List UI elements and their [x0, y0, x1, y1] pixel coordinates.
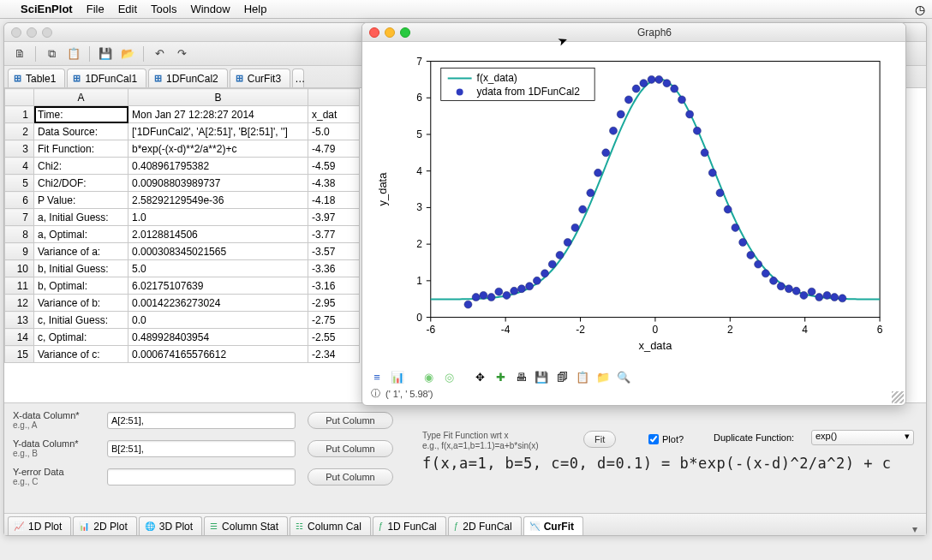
cell-b[interactable]: 6.02175107639: [128, 277, 308, 295]
minimize-icon[interactable]: [27, 27, 37, 38]
tb-open-icon[interactable]: 📂: [117, 45, 138, 63]
tb-redo-icon[interactable]: ↷: [171, 45, 192, 63]
row-header[interactable]: 8: [5, 226, 34, 243]
cell-c[interactable]: -3.97: [308, 209, 360, 226]
cell-b[interactable]: Mon Jan 27 12:28:27 2014: [128, 106, 308, 123]
cell-a[interactable]: Chi2/DOF:: [34, 175, 128, 192]
ct-zoom-in-icon[interactable]: ◉: [421, 369, 436, 384]
ct-export-icon[interactable]: 🗐: [554, 369, 570, 384]
cell-a[interactable]: a, Optimal:: [34, 226, 128, 243]
menu-help[interactable]: Help: [244, 3, 267, 15]
cell-b[interactable]: 0.0: [128, 312, 308, 329]
fit-button[interactable]: Fit: [583, 431, 616, 448]
menu-window[interactable]: Window: [190, 3, 230, 15]
cell-a[interactable]: b, Optimal:: [34, 277, 128, 295]
tab-1dfuncal1[interactable]: ⊞1DFunCal1: [67, 69, 146, 87]
close-icon[interactable]: [11, 27, 21, 38]
row-header[interactable]: 15: [5, 346, 34, 363]
btab-3d-plot[interactable]: 🌐3D Plot: [139, 516, 202, 535]
btab-column-cal[interactable]: ☷Column Cal: [290, 516, 371, 535]
btab-curfit[interactable]: 📉CurFit: [523, 516, 583, 535]
btab-2d-funcal[interactable]: ƒ2D FunCal: [448, 516, 522, 535]
tab-more[interactable]: …: [292, 69, 304, 87]
btab-2d-plot[interactable]: 📊2D Plot: [73, 516, 136, 535]
menu-file[interactable]: File: [87, 3, 105, 15]
formula-display[interactable]: f(x,a=1, b=5, c=0, d=0.1) = b*exp(-(x-d)…: [422, 455, 912, 506]
minimize-icon[interactable]: [385, 27, 395, 38]
cell-b[interactable]: 5.0: [128, 260, 308, 277]
row-header[interactable]: 12: [5, 295, 34, 312]
cell-a[interactable]: c, Initial Guess:: [34, 312, 128, 329]
cell-c[interactable]: -3.77: [308, 226, 360, 243]
chart-svg[interactable]: -6-4-2024601234567x_datay_dataf(x_data)y…: [371, 47, 897, 359]
app-name[interactable]: SciEnPlot: [21, 3, 73, 15]
cell-b[interactable]: b*exp(-(x-d)**2/a**2)+c: [128, 140, 308, 158]
cell-b[interactable]: 2.0128814506: [128, 226, 308, 243]
ct-bar-icon[interactable]: 📊: [390, 369, 405, 384]
cell-c[interactable]: -2.95: [308, 295, 360, 312]
menu-tools[interactable]: Tools: [151, 3, 176, 15]
row-header[interactable]: 7: [5, 209, 34, 226]
cell-b[interactable]: 0.00142236273024: [128, 295, 308, 312]
tab-curfit3[interactable]: ⊞CurFit3: [230, 69, 290, 87]
put-column-y-button[interactable]: Put Column: [308, 440, 393, 457]
cell-c[interactable]: -4.18: [308, 192, 360, 209]
plot-area[interactable]: -6-4-2024601234567x_datay_dataf(x_data)y…: [371, 47, 897, 359]
tb-save-icon[interactable]: 💾: [95, 45, 116, 63]
cell-c[interactable]: -4.59: [308, 158, 360, 175]
cell-c[interactable]: -3.57: [308, 243, 360, 260]
row-header[interactable]: 3: [5, 140, 34, 158]
row-header[interactable]: 13: [5, 312, 34, 329]
traffic-lights-graph[interactable]: [369, 27, 410, 38]
cell-b[interactable]: 2.58292129549e-36: [128, 192, 308, 209]
cell-b[interactable]: 0.000308345021565: [128, 243, 308, 260]
tb-new-icon[interactable]: 🗎: [9, 45, 30, 63]
tabs-overflow-icon[interactable]: ▾: [912, 523, 917, 535]
cell-c[interactable]: -2.34: [308, 346, 360, 363]
cell-a[interactable]: Time:: [34, 106, 128, 123]
duplicate-function-select[interactable]: exp() ▾: [811, 430, 914, 445]
clock-icon[interactable]: ◷: [915, 3, 925, 16]
cell-c[interactable]: -2.75: [308, 312, 360, 329]
corner-cell[interactable]: [5, 89, 34, 106]
row-header[interactable]: 10: [5, 260, 34, 277]
ct-list-icon[interactable]: ≡: [369, 369, 385, 384]
put-column-yerr-button[interactable]: Put Column: [308, 468, 393, 486]
row-header[interactable]: 9: [5, 243, 34, 260]
col-header-a[interactable]: A: [34, 89, 128, 106]
zoom-icon[interactable]: [42, 27, 52, 38]
row-header[interactable]: 1: [5, 106, 34, 123]
ct-save-icon[interactable]: 💾: [534, 369, 549, 384]
tab-1dfuncal2[interactable]: ⊞1DFunCal2: [148, 69, 228, 87]
cell-c[interactable]: -4.38: [308, 175, 360, 192]
ydata-input[interactable]: [107, 440, 296, 457]
cell-a[interactable]: Fit Function:: [34, 140, 128, 158]
close-icon[interactable]: [369, 27, 379, 38]
spreadsheet[interactable]: A B 1Time:Mon Jan 27 12:28:27 2014x_dat2…: [4, 88, 360, 363]
tab-table1[interactable]: ⊞Table1: [8, 69, 65, 87]
ct-pan-icon[interactable]: ✥: [472, 369, 487, 384]
cell-a[interactable]: P Value:: [34, 192, 128, 209]
cell-a[interactable]: Variance of b:: [34, 295, 128, 312]
cell-c[interactable]: -2.55: [308, 329, 360, 346]
row-header[interactable]: 11: [5, 277, 34, 295]
row-header[interactable]: 6: [5, 192, 34, 209]
ct-config-icon[interactable]: ✚: [493, 369, 508, 384]
graph-titlebar[interactable]: Graph6: [362, 23, 905, 42]
zoom-icon[interactable]: [400, 27, 410, 38]
cell-a[interactable]: Variance of c:: [34, 346, 128, 363]
cell-b[interactable]: 1.0: [128, 209, 308, 226]
ct-folder-icon[interactable]: 📁: [595, 369, 611, 384]
cell-b[interactable]: ['1DFunCal2', 'A[2:51]', 'B[2:51]', '']: [128, 123, 308, 140]
tb-copy-icon[interactable]: ⧉: [41, 45, 62, 63]
ct-search-icon[interactable]: 🔍: [616, 369, 631, 384]
row-header[interactable]: 5: [5, 175, 34, 192]
ct-zoom-out-icon[interactable]: ◎: [441, 369, 457, 384]
xdata-input[interactable]: [107, 412, 296, 429]
tb-undo-icon[interactable]: ↶: [149, 45, 170, 63]
btab-1d-plot[interactable]: 📈1D Plot: [8, 516, 71, 535]
btab-column-stat[interactable]: ☰Column Stat: [204, 516, 288, 535]
cell-c[interactable]: -3.16: [308, 277, 360, 295]
ct-print-icon[interactable]: 🖶: [513, 369, 529, 384]
put-column-x-button[interactable]: Put Column: [308, 412, 393, 429]
